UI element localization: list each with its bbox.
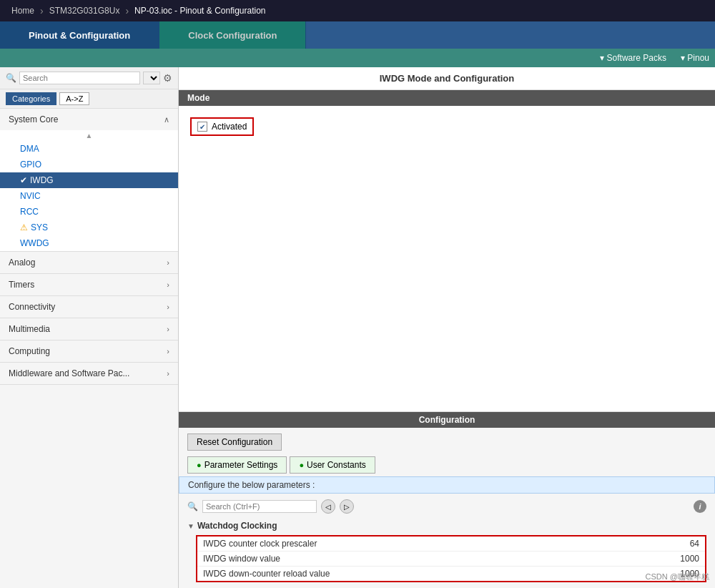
tab-pinout-config[interactable]: Pinout & Configuration <box>0 21 159 49</box>
tab-clock-config[interactable]: Clock Configuration <box>159 21 306 49</box>
param-search-icon: 🔍 <box>187 501 198 511</box>
sidebar-item-gpio[interactable]: GPIO <box>0 157 178 172</box>
breadcrumb-home[interactable]: Home <box>6 6 40 16</box>
table-row[interactable]: IWDG counter clock prescaler 64 <box>197 536 705 552</box>
table-row[interactable]: IWDG window value 1000 <box>197 552 705 567</box>
search-dropdown[interactable] <box>143 72 160 84</box>
sidebar-section-system-core: System Core ∧ ▲ DMA GPIO ✔ IWDG NVIC <box>0 109 178 252</box>
param-tabs: ● Parameter Settings ● User Constants <box>179 456 715 474</box>
breadcrumb-current: NP-03.ioc - Pinout & Configuration <box>129 6 271 16</box>
middleware-arrow: › <box>167 369 169 378</box>
watchdog-section: ▼ Watchdog Clocking IWDG counter clock p… <box>179 516 715 588</box>
content-title: IWDG Mode and Configuration <box>179 67 715 90</box>
sidebar-section-middleware: Middleware and Software Pac... › <box>0 363 178 385</box>
sidebar-item-wwdg[interactable]: WWDG <box>0 235 178 251</box>
sidebar-section-header-middleware[interactable]: Middleware and Software Pac... › <box>0 363 178 384</box>
watchdog-arrow-icon: ▼ <box>187 522 194 530</box>
sidebar-section-connectivity: Connectivity › <box>0 296 178 318</box>
tab-parameter-settings[interactable]: ● Parameter Settings <box>187 456 287 474</box>
search-input[interactable] <box>19 72 140 84</box>
analog-arrow: › <box>167 258 169 267</box>
sys-warn-icon: ⚠ <box>20 222 28 232</box>
content-area: IWDG Mode and Configuration Mode ✔ Activ… <box>179 67 715 588</box>
info-icon[interactable]: i <box>694 500 706 513</box>
sidebar-section-header-multimedia[interactable]: Multimedia › <box>0 318 178 340</box>
sidebar-item-nvic[interactable]: NVIC <box>0 188 178 204</box>
sidebar-section-timers: Timers › <box>0 274 178 296</box>
search-icon: 🔍 <box>6 73 16 83</box>
config-header-bar: Configuration <box>179 412 715 428</box>
cat-tab-categories[interactable]: Categories <box>6 92 56 105</box>
mode-section: ✔ Activated <box>179 106 715 411</box>
param-search-row: 🔍 ◁ ▷ i <box>179 496 715 516</box>
tab-header: Pinout & Configuration Clock Configurati… <box>0 21 715 49</box>
breadcrumb-bar: Home › STM32G031G8Ux › NP-03.ioc - Pinou… <box>0 0 715 21</box>
param-search-input[interactable] <box>202 500 317 513</box>
activated-label: Activated <box>212 122 247 132</box>
scroll-up-arrow[interactable]: ▲ <box>0 130 178 141</box>
nav-next-button[interactable]: ▷ <box>340 499 354 514</box>
sidebar-section-computing: Computing › <box>0 340 178 363</box>
search-bar: 🔍 ⚙ <box>0 67 178 89</box>
cat-tab-az[interactable]: A->Z <box>59 92 89 105</box>
sidebar-item-iwdg[interactable]: ✔ IWDG <box>0 172 178 188</box>
watermark: CSDN @咖喱年糕 <box>646 572 709 582</box>
param-tab-check-icon: ● <box>197 461 202 469</box>
connectivity-arrow: › <box>167 303 169 311</box>
sub-tab-bar: ▾ Software Packs ▾ Pinou <box>0 49 715 67</box>
sidebar-section-header-analog[interactable]: Analog › <box>0 252 178 273</box>
multimedia-arrow: › <box>167 325 169 333</box>
mode-header-bar: Mode <box>179 90 715 106</box>
sidebar-section-header-computing[interactable]: Computing › <box>0 340 178 362</box>
param-table: IWDG counter clock prescaler 64 IWDG win… <box>196 535 706 582</box>
sidebar-section-multimedia: Multimedia › <box>0 318 178 340</box>
sidebar-section-header-timers[interactable]: Timers › <box>0 274 178 295</box>
iwdg-check-icon: ✔ <box>20 175 27 185</box>
system-core-items: ▲ DMA GPIO ✔ IWDG NVIC RCC ⚠ <box>0 130 178 251</box>
nav-prev-button[interactable]: ◁ <box>321 499 335 514</box>
main-layout: 🔍 ⚙ Categories A->Z System Core ∧ ▲ DMA … <box>0 67 715 588</box>
category-tabs: Categories A->Z <box>0 89 178 109</box>
computing-arrow: › <box>167 347 169 356</box>
breadcrumb-device[interactable]: STM32G031G8Ux <box>44 6 126 16</box>
sub-tab-pinou[interactable]: ▾ Pinou <box>681 53 709 63</box>
activated-checkbox[interactable]: ✔ Activated <box>190 117 254 136</box>
watchdog-group-header[interactable]: ▼ Watchdog Clocking <box>187 519 706 532</box>
tab-user-constants[interactable]: ● User Constants <box>290 456 375 474</box>
sub-tab-software-packs[interactable]: ▾ Software Packs <box>600 53 666 63</box>
system-core-arrow: ∧ <box>164 115 169 124</box>
sidebar-section-header-system-core[interactable]: System Core ∧ <box>0 109 178 130</box>
sidebar-section-analog: Analog › <box>0 252 178 274</box>
gear-icon[interactable]: ⚙ <box>163 72 172 84</box>
timers-arrow: › <box>167 280 169 289</box>
sidebar-item-rcc[interactable]: RCC <box>0 204 178 220</box>
checkbox-icon[interactable]: ✔ <box>197 122 207 132</box>
config-section: Configuration Reset Configuration ● Para… <box>179 411 715 588</box>
sidebar-item-dma[interactable]: DMA <box>0 141 178 157</box>
sidebar-item-sys[interactable]: ⚠ SYS <box>0 220 178 235</box>
table-row[interactable]: IWDG down-counter reload value 1000 <box>197 567 705 581</box>
reset-config-button[interactable]: Reset Configuration <box>187 433 282 451</box>
sidebar: 🔍 ⚙ Categories A->Z System Core ∧ ▲ DMA … <box>0 67 179 588</box>
sidebar-section-header-connectivity[interactable]: Connectivity › <box>0 296 178 318</box>
user-tab-check-icon: ● <box>299 461 304 469</box>
configure-label: Configure the below parameters : <box>179 476 715 494</box>
